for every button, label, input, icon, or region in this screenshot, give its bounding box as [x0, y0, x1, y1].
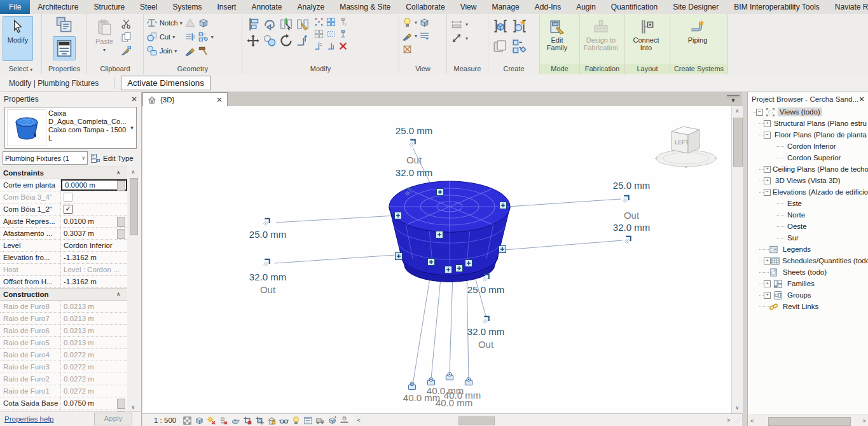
properties-help-link[interactable]: Properties help — [0, 415, 53, 423]
drawing-area[interactable]: 25.0 mmOut32.0 mm25.0 mmOut32.0 mm25.0 m… — [142, 106, 731, 413]
align-icon[interactable] — [246, 17, 260, 31]
notch-button[interactable]: Notch▾ — [146, 17, 183, 29]
view-cube[interactable]: LEFT — [651, 120, 721, 171]
temporary-view-properties-icon[interactable] — [303, 416, 313, 425]
trim-corner-icon[interactable] — [314, 41, 324, 51]
ribbon-tab-naviate-rex[interactable]: Naviate REX — [827, 0, 868, 14]
trim-extend-icon[interactable] — [296, 34, 310, 48]
paste-button[interactable]: Paste▾ — [90, 16, 119, 64]
dimension-label[interactable]: Out — [406, 155, 422, 165]
scroll-right-icon[interactable]: > — [724, 417, 733, 423]
tree-item-este[interactable]: Este — [748, 198, 868, 209]
section-header-construction[interactable]: Construction∧ — [0, 288, 127, 301]
scroll-left-icon[interactable]: < — [748, 418, 757, 424]
scroll-left-icon[interactable]: < — [354, 417, 363, 423]
tree-item-sheets-todo[interactable]: Sheets (todo) — [748, 266, 868, 278]
collapse-icon[interactable]: − — [756, 109, 763, 116]
demolish-hammer-icon[interactable] — [198, 45, 209, 57]
collapse-icon[interactable]: ∧ — [116, 167, 120, 179]
constraints-icon[interactable] — [340, 416, 349, 425]
parts-icon[interactable] — [198, 31, 209, 43]
ribbon-tab-bim-interoperability-tools[interactable]: BIM Interoperability Tools — [726, 0, 827, 14]
expand-icon[interactable]: + — [764, 166, 771, 173]
ribbon-tab-steel[interactable]: Steel — [132, 0, 165, 14]
copy-clipboard-icon[interactable] — [121, 32, 132, 43]
tree-item-revit-links[interactable]: Revit Links — [748, 301, 868, 312]
pipe-connector-icon[interactable] — [263, 258, 272, 268]
worksharing-display-icon[interactable] — [315, 416, 325, 425]
activate-dimensions-button[interactable]: Activate Dimensions — [121, 76, 210, 90]
dimension-label[interactable]: 32.0 mm — [467, 326, 504, 337]
tree-item-elevations-alzado-de-edificio[interactable]: −Elevations (Alzado de edificio — [748, 186, 868, 198]
crop-region-icon[interactable] — [255, 416, 265, 425]
tree-item-groups[interactable]: +Groups — [748, 289, 868, 301]
join-button[interactable]: Join▾ — [146, 45, 183, 57]
mirror-draw-axis-icon[interactable] — [296, 17, 310, 31]
associate-parameter-button[interactable] — [117, 399, 125, 409]
view-tab-3d[interactable]: {3D} ✕ — [142, 92, 228, 106]
type-properties-icon[interactable] — [55, 16, 73, 34]
offset-modify-icon[interactable] — [263, 17, 277, 31]
property-value[interactable]: -1.3162 m — [61, 276, 127, 287]
tree-item-floor-plans-plano-de-planta[interactable]: −Floor Plans (Plano de planta — [748, 129, 868, 141]
rotate-icon[interactable] — [279, 34, 293, 48]
properties-scrollbar[interactable]: ∧ ∨ — [128, 168, 138, 412]
cut-button[interactable]: Cut▾ — [146, 31, 183, 43]
move-icon[interactable] — [246, 34, 260, 48]
shadows-icon[interactable] — [219, 416, 228, 425]
delete-icon[interactable] — [338, 41, 348, 51]
temporary-hide-icon[interactable] — [291, 416, 301, 425]
dimension-label[interactable]: 32.0 mm — [396, 167, 432, 178]
ribbon-tab-analyze[interactable]: Analyze — [290, 0, 333, 14]
ribbon-tab-manage[interactable]: Manage — [484, 0, 527, 14]
tree-item-cordon-superior[interactable]: Cordon Superior — [748, 152, 868, 163]
expand-icon[interactable]: + — [764, 258, 771, 265]
scroll-right-icon[interactable]: > — [860, 418, 868, 424]
property-value[interactable]: Cordon Inferior — [61, 240, 127, 251]
dimension-label[interactable]: 25.0 mm — [613, 180, 650, 191]
expand-icon[interactable]: + — [764, 292, 771, 299]
dimension-label[interactable]: 25.0 mm — [249, 229, 286, 240]
unpin-icon[interactable] — [338, 17, 348, 27]
ribbon-tab-structure[interactable]: Structure — [86, 0, 132, 14]
type-selector[interactable]: Caixa D_Agua_Completa_Co... Caixa com Ta… — [4, 107, 137, 149]
collapse-icon[interactable]: − — [764, 132, 771, 139]
locked-view-icon[interactable] — [267, 416, 277, 425]
tree-item-3d-views-vista-3d[interactable]: +3D Views (Vista 3D) — [748, 175, 868, 186]
cap-connector-icon[interactable] — [427, 377, 436, 387]
tree-item-norte[interactable]: Norte — [748, 209, 868, 221]
section-header-constraints[interactable]: Constraints∧ — [0, 167, 127, 179]
dimension-label[interactable]: Out — [478, 339, 493, 350]
displace-elements-icon[interactable] — [419, 17, 430, 28]
expand-icon[interactable]: + — [764, 120, 771, 127]
pipe-connector-icon[interactable] — [482, 273, 492, 283]
scroll-up-icon[interactable]: ∧ — [732, 106, 743, 116]
box-icon[interactable] — [326, 29, 336, 39]
tree-item-oeste[interactable]: Oeste — [748, 221, 868, 232]
expand-icon[interactable]: + — [764, 280, 771, 287]
scrollbar-thumb[interactable] — [733, 118, 743, 167]
associate-parameter-button[interactable] — [117, 181, 125, 191]
dimension-icon[interactable] — [450, 32, 464, 44]
piping-button[interactable]: Piping — [673, 16, 722, 64]
browser-horizontal-scrollbar[interactable]: < > — [748, 415, 868, 426]
ribbon-tab-annotate[interactable]: Annotate — [244, 0, 289, 14]
close-icon[interactable]: ✕ — [858, 95, 865, 104]
tree-item-ceiling-plans-plano-de-techo[interactable]: +Ceiling Plans (Plano de techo — [748, 163, 868, 175]
crop-view-icon[interactable] — [243, 416, 252, 425]
measure-icon[interactable] — [450, 18, 464, 30]
cap-connector-icon[interactable] — [445, 372, 455, 381]
dimension-label[interactable]: 25.0 mm — [396, 125, 432, 136]
category-filter-select[interactable]: Plumbing Fixtures (1∨ — [3, 151, 88, 165]
array-icon[interactable] — [314, 17, 324, 27]
scrollbar-thumb[interactable] — [130, 178, 138, 235]
ribbon-tab-file[interactable]: File — [0, 0, 30, 14]
tree-item-cordon-inferior[interactable]: Cordon Inferior — [748, 141, 868, 152]
tree-item-legends[interactable]: Legends — [748, 244, 868, 255]
ribbon-tab-systems[interactable]: Systems — [165, 0, 209, 14]
offset-icon[interactable] — [184, 31, 196, 43]
dimension-label[interactable]: 25.0 mm — [467, 284, 504, 295]
match-type-icon[interactable] — [121, 45, 132, 56]
create-assembly-icon[interactable] — [492, 38, 509, 55]
tree-item-views-todo[interactable]: −Views (todo) — [748, 106, 868, 118]
